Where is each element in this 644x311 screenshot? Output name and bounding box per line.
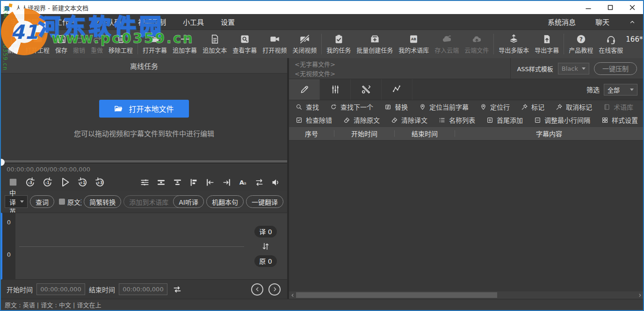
toolbar-remove-project-button[interactable]: 移除工程 xyxy=(106,34,136,54)
tool-add-head-tail[interactable]: 首尾添加 xyxy=(486,115,523,125)
close-button[interactable] xyxy=(621,1,643,14)
original-line-count: 0 xyxy=(2,251,15,258)
maximize-button[interactable] xyxy=(599,1,621,14)
menu-item-1[interactable]: 字幕编辑 xyxy=(10,17,38,27)
filter-select[interactable]: 全部 xyxy=(604,84,637,96)
snap-start-icon[interactable] xyxy=(205,178,215,187)
column-header-2[interactable]: 开始时间 xyxy=(334,127,394,140)
toolbar-export-subtitle-button[interactable]: 导出字幕 xyxy=(532,34,562,54)
snap-end-icon[interactable] xyxy=(222,178,232,187)
tab-tools[interactable] xyxy=(351,79,382,100)
column-header-4[interactable]: 字幕内容 xyxy=(455,127,643,140)
minimize-button[interactable] xyxy=(577,1,599,14)
font-size-icon[interactable]: Aa xyxy=(238,178,248,187)
seek-forward-1-button[interactable]: +1 xyxy=(77,177,88,188)
ass-template-select[interactable]: Black xyxy=(558,63,589,74)
mt-sentence-button[interactable]: 机翻本句 xyxy=(206,195,244,208)
tool-adjust-min-line-gap[interactable]: 调整最小行间隔 xyxy=(534,115,590,125)
toolbar-online-support-button[interactable]: 在线客服 xyxy=(596,34,626,54)
scroll-right-arrow[interactable] xyxy=(637,291,643,299)
menu-item-system-messages[interactable]: 系统消息 xyxy=(548,17,576,27)
lookup-word-button[interactable]: 查词 xyxy=(30,195,54,208)
toolbar-save-button[interactable]: 保存 xyxy=(52,34,70,54)
timeline-handle[interactable] xyxy=(0,159,5,166)
eraser-icon xyxy=(391,117,398,124)
tool-replace[interactable]: 替换 xyxy=(384,102,408,111)
collapse-panel-icon[interactable] xyxy=(629,19,636,25)
merge-prev-icon[interactable] xyxy=(156,178,166,187)
seek-back-1-button[interactable]: -1 xyxy=(42,177,53,188)
tool-locate-line[interactable]: 定位行 xyxy=(480,102,510,111)
stop-button[interactable] xyxy=(7,177,19,188)
timeline-settings-icon[interactable] xyxy=(140,178,150,187)
swap-lines-icon[interactable] xyxy=(261,242,270,251)
tool-find[interactable]: 查找 xyxy=(296,102,319,111)
play-button[interactable] xyxy=(59,176,71,188)
start-time-input[interactable] xyxy=(36,283,85,295)
trash-icon xyxy=(116,34,126,44)
menu-item-3[interactable]: 文件队列 xyxy=(93,17,121,27)
merge-next-icon[interactable] xyxy=(173,178,182,187)
tab-list-adjust[interactable] xyxy=(320,79,351,100)
video-icon xyxy=(269,34,280,44)
scroll-left-arrow[interactable] xyxy=(289,291,296,299)
source-select-checkbox[interactable] xyxy=(59,199,65,205)
column-header-3[interactable]: 结束时间 xyxy=(395,127,455,140)
swap-translation-icon[interactable] xyxy=(254,178,264,187)
tool-check-errors[interactable]: 检查除错 xyxy=(296,115,332,125)
loop-playback-icon[interactable] xyxy=(172,284,182,295)
toolbar-batch-create-task-button[interactable]: 批量创建任务 xyxy=(354,34,396,54)
tool-unmark[interactable]: 取消标记 xyxy=(556,102,592,111)
menu-item-2[interactable]: 工作台 xyxy=(55,17,76,27)
toolbar-my-glossary-button[interactable]: AB我的术语库 xyxy=(396,34,432,54)
tool-unmark-label: 取消标记 xyxy=(566,102,592,111)
toolbar-open-subtitle-button[interactable]: 打开字幕 xyxy=(140,34,170,54)
tab-edit[interactable] xyxy=(289,79,320,100)
original-text-area[interactable] xyxy=(15,246,287,280)
align-subtitle-icon[interactable] xyxy=(189,178,199,187)
menu-item-4[interactable]: 视频压制 xyxy=(138,17,166,27)
tool-mark[interactable]: 标记 xyxy=(521,102,544,111)
one-click-encode-button[interactable]: 一键压制 xyxy=(594,62,637,75)
tool-clear-target[interactable]: 清除译文 xyxy=(391,115,427,125)
menu-item-6[interactable]: 设置 xyxy=(221,17,235,27)
tool-clear-source[interactable]: 清除原文 xyxy=(343,115,380,125)
menu-item-5[interactable]: 小工具 xyxy=(183,17,204,27)
subtitle-table-body[interactable] xyxy=(289,141,643,291)
seek-back-3-button[interactable]: -3 xyxy=(24,177,36,188)
find-next-icon xyxy=(330,104,337,111)
eraser-icon xyxy=(343,117,350,124)
toolbar-open-project-button[interactable]: 打开工程 xyxy=(22,34,52,54)
column-header-1[interactable]: 序号 xyxy=(289,127,334,140)
translate-direction-select[interactable]: 中译英 xyxy=(5,195,28,208)
toolbar-open-video-button[interactable]: 打开视频 xyxy=(260,34,289,54)
toolbar-my-tasks-button[interactable]: 我的任务 xyxy=(324,34,354,54)
toolbar-new-button[interactable]: 新建 xyxy=(5,34,22,54)
prev-subtitle-button[interactable] xyxy=(251,283,263,296)
scrollbar-thumb[interactable] xyxy=(296,292,497,298)
tool-style-settings[interactable]: 样式设置 xyxy=(601,115,638,125)
timeline-track[interactable] xyxy=(1,160,287,163)
translation-text-area[interactable] xyxy=(15,213,287,246)
volume-icon[interactable] xyxy=(271,178,281,187)
tab-waveform[interactable] xyxy=(382,79,412,100)
end-time-input[interactable] xyxy=(119,283,167,295)
toolbar-view-subtitle-button[interactable]: 查看字幕 xyxy=(230,34,260,54)
seek-forward-3-button[interactable]: +3 xyxy=(94,177,106,188)
open-local-file-button[interactable]: 打开本地文件 xyxy=(99,100,189,118)
ai-transcribe-button[interactable]: AI听译 xyxy=(173,195,204,208)
one-click-translate-button[interactable]: 一键翻译 xyxy=(246,195,283,208)
simp-trad-convert-button[interactable]: 简繁转换 xyxy=(84,195,121,208)
toolbar-product-tutorial-button[interactable]: ?产品教程 xyxy=(566,34,596,54)
toolbar-close-video-button[interactable]: 关闭视频 xyxy=(289,34,319,54)
ass-section: ASS样式模板 Black 一键压制 xyxy=(510,58,643,79)
toolbar-append-text-button[interactable]: 追加文本 xyxy=(200,34,230,54)
toolbar-export-multi-version-button[interactable]: 导出多版本 xyxy=(496,34,532,54)
next-subtitle-button[interactable] xyxy=(268,283,281,296)
file-dropzone[interactable]: 打开本地文件 您可以拖动视频和字幕文件到软件中进行编辑 xyxy=(1,74,287,159)
menu-item-chat[interactable]: 聊天 xyxy=(595,17,609,27)
tool-find-next[interactable]: 查找下一个 xyxy=(330,102,373,111)
toolbar-append-subtitle-button[interactable]: 追加字幕 xyxy=(170,34,200,54)
tool-locate-current-subtitle[interactable]: 定位当前字幕 xyxy=(419,102,469,111)
tool-name-list[interactable]: 名称列表 xyxy=(439,115,475,125)
